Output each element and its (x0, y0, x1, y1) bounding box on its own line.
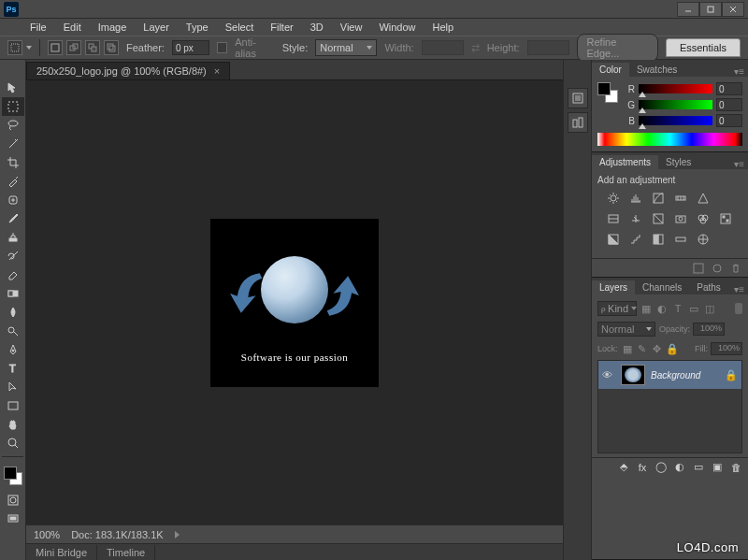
b-value-input[interactable] (716, 114, 742, 127)
maximize-button[interactable] (699, 2, 722, 17)
curves-icon[interactable] (650, 191, 667, 206)
properties-panel-icon[interactable] (568, 112, 588, 133)
layer-thumbnail[interactable] (621, 365, 645, 385)
color-lookup-icon[interactable] (717, 211, 734, 226)
zoom-tool-icon[interactable] (2, 434, 24, 452)
menu-help[interactable]: Help (425, 20, 462, 35)
menu-filter[interactable]: Filter (263, 20, 300, 35)
filter-shape-icon[interactable]: ▭ (688, 303, 699, 314)
style-dropdown[interactable]: Normal (315, 39, 377, 56)
fill-input[interactable]: 100% (711, 342, 742, 355)
clone-stamp-tool-icon[interactable] (2, 228, 24, 247)
adjustments-trash-icon[interactable] (729, 262, 742, 275)
zoom-level[interactable]: 100% (34, 529, 60, 540)
healing-brush-tool-icon[interactable] (2, 191, 24, 209)
lock-pixels-icon[interactable]: ✎ (637, 343, 648, 354)
layer-mask-icon[interactable]: ◯ (654, 461, 668, 474)
marquee-preset[interactable] (7, 40, 32, 55)
dodge-tool-icon[interactable] (2, 322, 24, 340)
menu-window[interactable]: Window (371, 20, 423, 35)
vibrance-icon[interactable] (695, 191, 712, 206)
new-layer-icon[interactable]: ▣ (711, 461, 724, 474)
photo-filter-icon[interactable] (672, 211, 689, 226)
r-slider[interactable] (639, 84, 712, 93)
menu-type[interactable]: Type (179, 20, 216, 35)
selection-add-icon[interactable] (66, 40, 81, 55)
path-selection-tool-icon[interactable] (2, 378, 24, 396)
posterize-icon[interactable] (627, 232, 644, 247)
selection-intersect-icon[interactable] (104, 40, 119, 55)
filter-pixel-icon[interactable]: ▦ (640, 303, 652, 314)
levels-icon[interactable] (627, 191, 644, 206)
history-panel-icon[interactable] (568, 88, 588, 108)
pen-tool-icon[interactable] (2, 340, 24, 359)
feather-input[interactable] (172, 40, 209, 55)
filter-type-icon[interactable]: T (672, 303, 683, 314)
foreground-color-well[interactable] (4, 467, 17, 480)
color-panel-wells[interactable] (597, 82, 618, 103)
selective-color-icon[interactable] (695, 232, 712, 247)
link-layers-icon[interactable]: ⬘ (617, 461, 630, 474)
selection-subtract-icon[interactable] (85, 40, 100, 55)
menu-layer[interactable]: Layer (136, 20, 177, 35)
filter-toggle-icon[interactable] (735, 303, 742, 314)
rectangle-tool-icon[interactable] (2, 396, 24, 415)
tab-channels[interactable]: Channels (635, 280, 689, 294)
tab-paths[interactable]: Paths (689, 280, 728, 294)
antialias-checkbox[interactable] (217, 42, 227, 53)
menu-3d[interactable]: 3D (303, 20, 331, 35)
invert-icon[interactable] (605, 232, 622, 247)
tab-swatches[interactable]: Swatches (629, 63, 684, 77)
exposure-icon[interactable] (672, 191, 689, 206)
threshold-icon[interactable] (650, 232, 667, 247)
document-tab[interactable]: 250x250_logo.jpg @ 100% (RGB/8#) × (26, 62, 230, 79)
hand-tool-icon[interactable] (2, 415, 24, 434)
brightness-contrast-icon[interactable] (605, 191, 622, 206)
r-value-input[interactable] (716, 82, 742, 95)
black-white-icon[interactable] (650, 211, 667, 226)
menu-file[interactable]: File (22, 20, 54, 35)
gradient-map-icon[interactable] (672, 232, 689, 247)
adjustments-footer-icon-1[interactable] (692, 262, 705, 275)
tab-mini-bridge[interactable]: Mini Bridge (26, 545, 97, 560)
layer-name[interactable]: Background (651, 370, 719, 381)
close-button[interactable] (722, 2, 744, 17)
type-tool-icon[interactable]: T (2, 359, 24, 378)
workspace-switcher[interactable]: Essentials (666, 38, 741, 57)
eraser-tool-icon[interactable] (2, 266, 24, 284)
crop-tool-icon[interactable] (2, 153, 24, 172)
marquee-tool-icon[interactable] (2, 97, 24, 116)
g-value-input[interactable] (716, 98, 742, 111)
layer-filter-kind[interactable]: ρ Kind (597, 301, 637, 316)
hue-saturation-icon[interactable] (605, 211, 622, 226)
layers-panel-menu-icon[interactable]: ▾≡ (730, 284, 748, 294)
tab-layers[interactable]: Layers (592, 280, 635, 294)
quick-mask-icon[interactable] (2, 491, 24, 510)
brush-tool-icon[interactable] (2, 209, 24, 228)
layer-visibility-icon[interactable]: 👁 (602, 369, 615, 381)
lock-transparency-icon[interactable]: ▦ (622, 343, 633, 354)
gradient-tool-icon[interactable] (2, 284, 24, 303)
layer-locked-icon[interactable]: 🔒 (725, 369, 738, 381)
move-tool-icon[interactable] (2, 79, 24, 97)
color-ramp[interactable] (597, 133, 742, 146)
menu-view[interactable]: View (333, 20, 370, 35)
refine-edge-button[interactable]: Refine Edge... (577, 34, 658, 62)
blend-mode-select[interactable]: Normal (597, 322, 655, 337)
color-balance-icon[interactable] (627, 211, 644, 226)
canvas-area[interactable]: Software is our passion (26, 80, 563, 524)
filter-smart-icon[interactable]: ◫ (704, 303, 715, 314)
lasso-tool-icon[interactable] (2, 116, 24, 135)
eyedropper-tool-icon[interactable] (2, 172, 24, 191)
tab-adjustments[interactable]: Adjustments (592, 155, 658, 169)
tab-timeline[interactable]: Timeline (97, 545, 155, 560)
screen-mode-icon[interactable] (2, 510, 24, 528)
close-tab-icon[interactable]: × (214, 65, 220, 77)
adjustments-footer-icon-2[interactable] (711, 262, 724, 275)
foreground-background-colors[interactable] (4, 467, 22, 485)
layer-item[interactable]: 👁 Background 🔒 (598, 361, 741, 389)
filter-adjustment-icon[interactable]: ◐ (656, 303, 668, 314)
color-panel-menu-icon[interactable]: ▾≡ (730, 66, 748, 77)
delete-layer-icon[interactable]: 🗑 (729, 461, 742, 474)
status-flyout-icon[interactable] (175, 531, 180, 538)
